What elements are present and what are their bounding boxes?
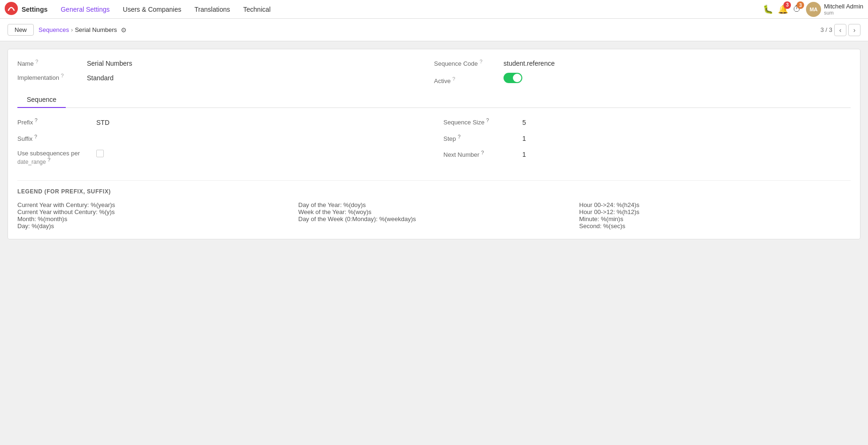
list-item: Current Year without Century: %(y)s [17,208,289,215]
implementation-help-icon[interactable]: ? [61,73,64,78]
sequence-code-label: Sequence Code ? [434,59,500,67]
breadcrumb-parent[interactable]: Sequences [39,26,69,33]
seq-right: Sequence Size ? 5 Step ? 1 Next Number ? [443,117,851,173]
name-label: Name ? [17,59,83,67]
legend-col-0: Current Year with Century: %(year)s Curr… [17,201,289,230]
sequence-code-help-icon[interactable]: ? [480,59,482,64]
list-item: Hour 00->12: %(h12)s [579,208,851,215]
implementation-value: Standard [87,74,114,82]
legend-col-2: Hour 00->24: %(h24)s Hour 00->12: %(h12)… [579,201,851,230]
name-help-icon[interactable]: ? [35,59,38,64]
list-item: Day: %(day)s [17,222,289,230]
next-number-row: Next Number ? 1 [443,150,851,158]
next-number-label: Next Number ? [443,150,519,158]
main-content: Name ? Serial Numbers Sequence Code ? st… [0,41,868,247]
user-menu[interactable]: MA Mitchell Admin sum [806,2,863,17]
sequence-size-value: 5 [522,119,526,126]
implementation-group: Implementation ? Standard [17,73,434,84]
active-group: Active ? [434,73,851,84]
avatar: MA [806,2,821,17]
name-group: Name ? Serial Numbers [17,59,434,67]
menu-general-settings[interactable]: General Settings [55,4,115,15]
breadcrumb-current: Serial Numbers [75,26,117,33]
seq-left: Prefix ? STD Suffix ? Use subsequences p… [17,117,425,173]
legend-grid: Current Year with Century: %(year)s Curr… [17,201,851,230]
top-menu: General Settings Users & Companies Trans… [55,4,276,15]
sequence-code-group: Sequence Code ? student.reference [434,59,851,67]
sequence-size-label: Sequence Size ? [443,117,519,126]
app-logo[interactable] [5,2,18,16]
bug-icon[interactable]: 🐛 [763,4,773,15]
step-help-icon[interactable]: ? [457,134,460,139]
prev-button[interactable]: ‹ [834,24,846,36]
list-item: Day of the Year: %(doy)s [298,201,570,208]
divider [17,180,851,181]
active-toggle[interactable] [504,73,522,83]
notification-icon[interactable]: 🔔 3 [778,4,788,15]
name-value: Serial Numbers [87,60,132,67]
suffix-label: Suffix ? [17,134,93,142]
active-help-icon[interactable]: ? [452,76,455,82]
toolbar: New Sequences › Serial Numbers ⚙ 3 / 3 ‹… [0,19,868,41]
prefix-row: Prefix ? STD [17,117,425,126]
sequence-form: Prefix ? STD Suffix ? Use subsequences p… [17,117,851,173]
svg-point-0 [5,2,18,15]
list-item: Minute: %(min)s [579,215,851,222]
implementation-label: Implementation ? [17,73,83,81]
list-item: Month: %(month)s [17,215,289,222]
notification-badge: 3 [783,1,791,9]
suffix-help-icon[interactable]: ? [34,134,37,139]
prefix-label: Prefix ? [17,117,93,126]
tab-sequence[interactable]: Sequence [17,92,66,108]
list-item: Week of the Year: %(woy)s [298,208,570,215]
menu-technical[interactable]: Technical [238,4,276,15]
toggle-knob [513,74,521,82]
menu-users-companies[interactable]: Users & Companies [117,4,187,15]
sequence-size-help-icon[interactable]: ? [486,117,489,123]
name-row: Name ? Serial Numbers Sequence Code ? st… [17,59,851,67]
menu-translations[interactable]: Translations [189,4,236,15]
subsequences-checkbox[interactable] [96,150,104,157]
list-item: Day of the Week (0:Monday): %(weekday)s [298,215,570,222]
settings-label: Settings [22,6,47,13]
legend-title: LEGEND (FOR PREFIX, SUFFIX) [17,188,851,195]
activity-icon[interactable]: ⏱ 3 [793,4,801,14]
next-button[interactable]: › [848,24,860,36]
implementation-row: Implementation ? Standard Active ? [17,73,851,84]
list-item: Current Year with Century: %(year)s [17,201,289,208]
tab-bar: Sequence [17,92,851,108]
topnav: Settings General Settings Users & Compan… [0,0,868,19]
step-value: 1 [522,135,526,142]
activity-badge: 3 [797,1,804,9]
list-item: Second: %(sec)s [579,222,851,230]
topnav-right: 🐛 🔔 3 ⏱ 3 MA Mitchell Admin sum [763,2,863,17]
settings-gear-icon[interactable]: ⚙ [121,26,127,34]
user-subtitle: sum [824,10,863,15]
suffix-row: Suffix ? [17,134,425,142]
breadcrumb: Sequences › Serial Numbers ⚙ [39,26,127,34]
prefix-value: STD [96,119,109,126]
form-card: Name ? Serial Numbers Sequence Code ? st… [8,49,860,239]
subsequences-row: Use subsequences per date_range ? [17,150,425,165]
step-label: Step ? [443,134,519,142]
subsequences-sublabel: date_range [17,159,46,165]
next-number-help-icon[interactable]: ? [481,150,484,155]
list-item: Hour 00->24: %(h24)s [579,201,851,208]
next-number-value: 1 [522,151,526,158]
user-name: Mitchell Admin [824,3,863,10]
subsequences-label: Use subsequences per date_range ? [17,150,93,165]
sequence-size-row: Sequence Size ? 5 [443,117,851,126]
pagination-text: 3 / 3 [821,26,832,33]
active-label: Active ? [434,76,500,84]
new-button[interactable]: New [8,24,34,36]
prefix-help-icon[interactable]: ? [35,117,38,123]
subsequences-help-icon[interactable]: ? [47,157,50,162]
step-row: Step ? 1 [443,134,851,142]
legend-col-1: Day of the Year: %(doy)s Week of the Yea… [298,201,570,230]
pagination: 3 / 3 ‹ › [821,24,860,36]
sequence-code-value: student.reference [504,60,555,67]
